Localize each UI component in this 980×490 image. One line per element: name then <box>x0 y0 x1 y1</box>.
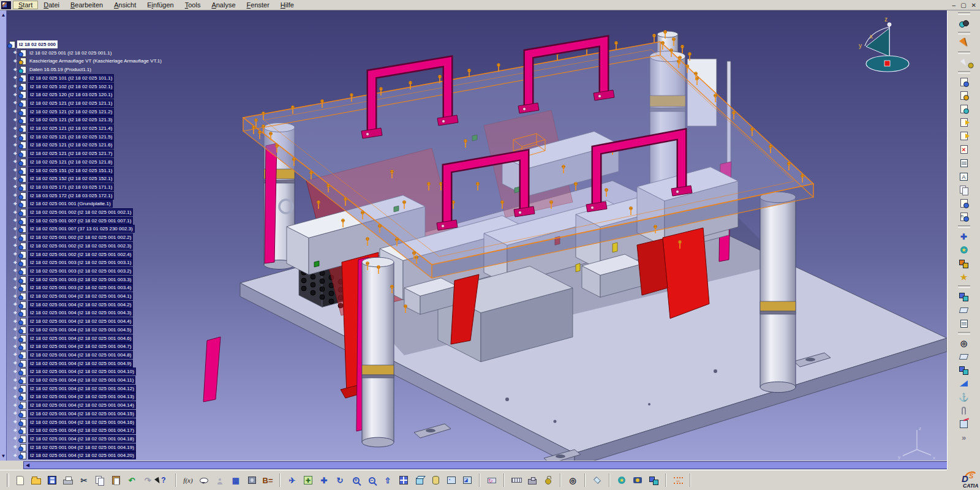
tree-expander-icon[interactable]: ✚ <box>13 428 18 433</box>
tree-node-label[interactable]: I2 18 02 025 121 (I2 18 02 025 121.3) <box>28 116 114 124</box>
tree-expander-icon[interactable]: ✚ <box>13 369 18 374</box>
new-component-button[interactable] <box>957 76 971 88</box>
knowledge-rule-button[interactable]: B= <box>261 474 274 486</box>
tree-item[interactable]: ✚I2 18 02 025 001 004 (I2 18 02 025 001 … <box>13 435 136 443</box>
tree-node-label[interactable]: I2 18 02 025 151 (I2 18 02 025 151.1) <box>28 167 114 175</box>
tree-item[interactable]: ✚I2 18 02 025 001 003 (I2 18 02 025 001 … <box>13 276 133 284</box>
design-table-button[interactable]: ▦ <box>229 474 243 486</box>
tree-node-label[interactable]: I2 18 02 025 001 007 (37 13 01 025 230 0… <box>28 225 135 233</box>
tree-node-label[interactable]: I2 18 02 025 120 (I2 18 03 025 120.1) <box>28 91 114 99</box>
tree-item[interactable]: ✚I2 18 02 025 001 003 (I2 18 02 025 001 … <box>13 258 133 266</box>
tree-item[interactable]: ✚I2 18 02 025 001 004 (I2 18 02 025 001 … <box>13 376 135 384</box>
tree-node-label[interactable]: I2 18 02 025 101 (I2 18 02 025 101.1) <box>28 74 114 82</box>
scroll-up-arrow[interactable]: ▲ <box>0 12 7 18</box>
tree-expander-icon[interactable]: ✚ <box>13 453 18 458</box>
tree-item[interactable]: ✚I2 18 02 025 001 004 (I2 18 02 025 001 … <box>13 334 133 342</box>
tree-expander-icon[interactable]: ✚ <box>13 336 18 341</box>
tree-expander-icon[interactable]: ✚ <box>13 352 18 357</box>
tree-expander-icon[interactable]: ✚ <box>13 210 18 215</box>
tree-expander-icon[interactable]: ✚ <box>13 311 18 315</box>
pan-button[interactable]: ✚ <box>317 474 331 486</box>
tree-expander-icon[interactable]: ✚ <box>13 302 18 307</box>
isometric-view-button[interactable] <box>413 474 426 486</box>
menu-analyse[interactable]: Analyse <box>206 1 241 9</box>
tree-node-label[interactable]: I2 18 02 025 001 004 (I2 18 02 025 001 0… <box>28 418 136 426</box>
tree-expander-icon[interactable]: ✚ <box>13 50 18 55</box>
tree-expander-icon[interactable]: ✚ <box>13 143 18 148</box>
tree-item[interactable]: ✚I2 18 02 025 001 004 (I2 18 02 025 001 … <box>13 342 133 350</box>
tree-node-label[interactable]: I2 18 02 025 001 004 (I2 18 02 025 001 0… <box>28 326 133 334</box>
tree-expander-icon[interactable]: ✚ <box>13 445 18 450</box>
specification-tree[interactable]: I2 18 02 025 000✚I2 18 02 025 001 (I2 18… <box>7 10 264 461</box>
tree-node-label[interactable]: I2 18 02 025 001 003 (I2 18 02 025 001 0… <box>28 258 133 266</box>
tree-node-label[interactable]: I2 18 02 025 001 004 (I2 18 02 025 001 0… <box>28 360 133 368</box>
tree-item[interactable]: ✚Kaschierlage Armauflage VT (Kaschierlag… <box>13 57 163 65</box>
tree-expander-icon[interactable]: ✚ <box>13 227 18 232</box>
tree-item[interactable]: ✚I2 18 02 025 001 004 (I2 18 02 025 001 … <box>13 418 136 426</box>
tree-expander-icon[interactable]: ✚ <box>13 151 18 156</box>
tree-node-label[interactable]: I2 18 02 025 001 004 (I2 18 02 025 001 0… <box>28 401 136 409</box>
tree-expander-icon[interactable]: ✚ <box>13 84 18 89</box>
tree-item[interactable]: ✚I2 18 02 025 001 004 (I2 18 02 025 001 … <box>13 309 133 317</box>
tree-expander-icon[interactable]: ✚ <box>13 319 18 324</box>
tree-item[interactable]: ✚I2 18 02 025 001 004 (I2 18 02 025 001 … <box>13 360 133 368</box>
tree-item[interactable]: ✚I2 18 02 025 001 004 (I2 18 02 025 001 … <box>13 401 136 409</box>
close-button[interactable]: ✕ <box>971 2 976 9</box>
tree-expander-icon[interactable]: ✚ <box>13 159 18 164</box>
tree-node-label[interactable]: I2 18 02 025 001 004 (I2 18 02 025 001 0… <box>28 410 136 418</box>
tree-item[interactable]: ✚I2 18 02 025 001 003 (I2 18 02 025 001 … <box>13 267 133 275</box>
copy-button[interactable] <box>93 474 107 486</box>
tree-expander-icon[interactable]: ✚ <box>13 394 18 399</box>
tree-item[interactable]: ✚I2 18 02 025 121 (I2 18 02 025 121.8) <box>13 158 114 166</box>
tree-expander-icon[interactable]: ✚ <box>13 184 18 189</box>
tree-item[interactable]: ✚I2 18 02 025 121 (I2 18 02 025 121.1) <box>13 99 114 107</box>
tree-item[interactable]: ✚I2 18 02 025 001 003 (I2 18 02 025 001 … <box>13 284 133 292</box>
tree-item[interactable]: ✚I2 18 02 025 121 (I2 18 02 025 121.2) <box>13 108 114 116</box>
horizontal-scrollbar[interactable]: ◀ ▶ <box>23 461 965 469</box>
tree-item[interactable]: I2 18 02 025 000 <box>7 40 58 48</box>
generate-numbering-button[interactable]: A <box>957 170 971 183</box>
tree-node-label[interactable]: I2 18 02 025 121 (I2 18 02 025 121.1) <box>28 99 114 107</box>
ruler-button[interactable] <box>510 474 523 486</box>
catalog-browser-button[interactable]: ↻ <box>485 474 499 486</box>
fit-all-in-button[interactable]: ✚ <box>301 474 315 486</box>
toolbar-drag-handle[interactable] <box>958 285 970 288</box>
tree-expander-icon[interactable]: ✚ <box>13 193 18 198</box>
tree-expander-icon[interactable]: ✚ <box>13 100 18 105</box>
save-button[interactable] <box>45 474 59 486</box>
tree-expander-icon[interactable]: ✚ <box>13 202 18 206</box>
menu-fenster[interactable]: Fenster <box>241 1 275 9</box>
coincidence-constraint-button[interactable] <box>957 290 971 303</box>
tree-item[interactable]: ✚I2 18 02 025 001 004 (I2 18 02 025 001 … <box>13 301 133 309</box>
component-cubes-button[interactable] <box>647 474 660 486</box>
tree-item[interactable]: ✚I2 18 02 025 001 (I2 18 02 025 001.1) <box>13 49 113 57</box>
tree-expander-icon[interactable]: ✚ <box>13 67 18 72</box>
scroll-left-arrow[interactable]: ◀ <box>24 462 31 468</box>
tree-item[interactable]: ✚I2 18 03 025 172 (I2 18 03 025 172.1) <box>13 192 114 200</box>
comment-button[interactable] <box>197 474 211 486</box>
tree-item[interactable]: ✚I2 18 02 025 001 002 (I2 18 02 025 001 … <box>13 233 133 241</box>
normal-view-button[interactable]: ⇧ <box>381 474 394 486</box>
selection-sets-button[interactable] <box>957 56 971 69</box>
named-view-1-button[interactable]: ◔ <box>445 474 458 486</box>
tree-item[interactable]: ✚I2 18 02 025 121 (I2 18 02 025 121.5) <box>13 133 114 141</box>
open-button[interactable] <box>29 474 43 486</box>
toolbar-drag-handle[interactable] <box>7 473 9 487</box>
context-help-button[interactable]: ? <box>157 474 170 486</box>
measure-between-button[interactable] <box>957 404 971 417</box>
restore-button[interactable]: ▢ <box>960 2 966 9</box>
formula-button[interactable]: f(x) <box>181 474 195 486</box>
tree-node-label[interactable]: I2 18 02 025 001 002 (I2 18 02 025 001 0… <box>28 251 133 258</box>
tree-item[interactable]: ✚I2 18 02 025 001 002 (I2 18 02 025 001 … <box>13 242 133 250</box>
tree-expander-icon[interactable]: ✚ <box>13 92 18 97</box>
smart-move-button[interactable]: ★ <box>957 244 971 256</box>
tree-expander-icon[interactable]: ✚ <box>13 294 18 299</box>
weld-anchor-button[interactable]: ⚓ <box>957 391 971 403</box>
update-button[interactable]: ◎ <box>957 337 971 349</box>
tree-item[interactable]: ✚I2 18 02 025 001 004 (I2 18 02 025 001 … <box>13 393 136 401</box>
tree-expander-icon[interactable]: ✚ <box>13 260 18 265</box>
tree-expander-icon[interactable]: ✚ <box>13 235 18 240</box>
tree-expander-icon[interactable]: ✚ <box>13 109 18 114</box>
constraints-creation-button[interactable]: ↔ <box>671 474 685 486</box>
tree-expander-icon[interactable]: ✚ <box>13 403 18 408</box>
